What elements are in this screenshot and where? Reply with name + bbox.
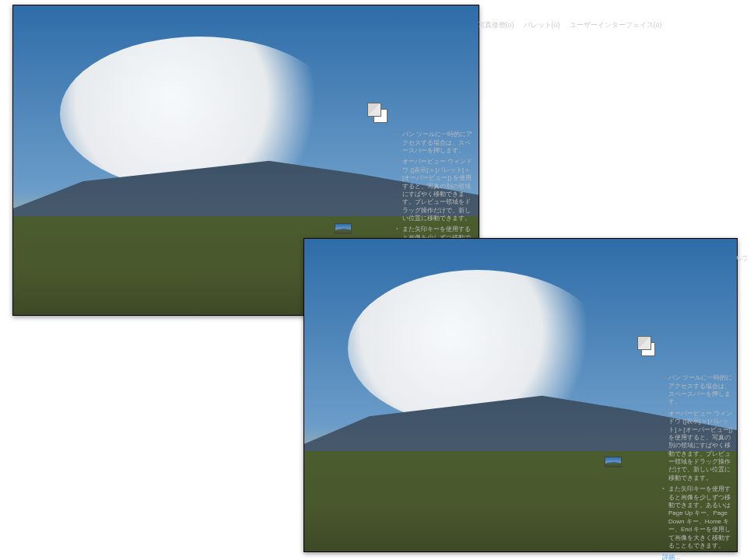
fgbg-swatch[interactable] [367, 103, 388, 123]
fgbg-swatch-2[interactable] [637, 336, 655, 356]
app-window-2: Corel PaintShop Pro 2020 ULTIMATE ⌂ 管理 編… [303, 238, 738, 552]
menu-palettes[interactable]: パレット(o) [520, 19, 564, 31]
learn-hint-1b: パン ツールに一時的にアクセスする場合は、スペースバーを押します。 [662, 373, 734, 408]
organizer-panel-2: ナビゲーション ▾ 並べ替えの条件： フォルダー ▾ Autodetect パス… [321, 497, 589, 541]
thumb-1b[interactable] [326, 512, 371, 543]
thumb-1[interactable] [35, 275, 80, 306]
learn-hint-1: パン ツールに一時的にアクセスする場合は、スペースバーを押します。 [396, 129, 475, 156]
organizer-panel: ナビゲーション ▾ 並べ替えの条件： フォルダー ▾ Autodetect パス… [30, 261, 319, 304]
learn-hint-3b: また矢印キーを使用すると画像を少しずつ移動できます。あるいは Page Up キ… [662, 484, 734, 551]
organizer-thumb-strip-2[interactable] [321, 509, 589, 546]
learn-hint-2b: オーバービュー ウィンドウ ([表示] > [パレット] > [オーバービュー]… [662, 408, 734, 485]
organizer-thumb-strip[interactable] [30, 272, 319, 310]
learn-hint-2: オーバービュー ウィンドウ ([表示] > [パレット] > [オーバービュー]… [396, 156, 475, 224]
menu-ui[interactable]: ユーザーインターフェイス(o) [566, 19, 666, 31]
learn-details-link-2[interactable]: 詳細... [662, 551, 734, 560]
menu-retouch[interactable]: 写真修整(o) [474, 19, 518, 31]
